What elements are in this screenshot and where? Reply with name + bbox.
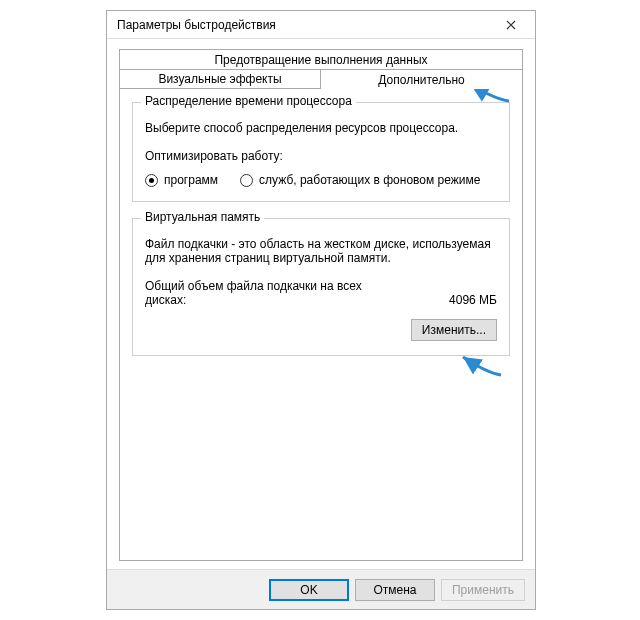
group-cpu-title: Распределение времени процессора [141, 94, 356, 108]
window-title: Параметры быстродействия [117, 18, 491, 32]
group-vm-title: Виртуальная память [141, 210, 264, 224]
radio-icon [240, 174, 253, 187]
group-cpu-scheduling: Распределение времени процессора Выберит… [132, 102, 510, 202]
close-button[interactable] [491, 12, 531, 38]
cpu-description: Выберите способ распределения ресурсов п… [145, 121, 497, 135]
tab-dep[interactable]: Предотвращение выполнения данных [119, 49, 523, 69]
apply-button[interactable]: Применить [441, 579, 525, 601]
dialog-footer: OK Отмена Применить [107, 569, 535, 609]
tab-page-advanced: Распределение времени процессора Выберит… [119, 88, 523, 561]
vm-total-value: 4096 МБ [449, 293, 497, 307]
change-button[interactable]: Изменить... [411, 319, 497, 341]
tab-visual-effects[interactable]: Визуальные эффекты [119, 69, 321, 89]
vm-description: Файл подкачки - это область на жестком д… [145, 237, 497, 265]
close-icon [506, 20, 516, 30]
radio-services-label: служб, работающих в фоновом режиме [259, 173, 480, 187]
vm-total-label: Общий объем файла подкачки на всех диска… [145, 279, 375, 307]
tab-advanced[interactable]: Дополнительно [321, 69, 523, 89]
performance-options-dialog: Параметры быстродействия Предотвращение … [106, 10, 536, 610]
titlebar: Параметры быстродействия [107, 11, 535, 39]
vm-total-row: Общий объем файла подкачки на всех диска… [145, 279, 497, 307]
radio-background-services[interactable]: служб, работающих в фоновом режиме [240, 173, 480, 187]
radio-programs-label: программ [164, 173, 218, 187]
cpu-radio-group: программ служб, работающих в фоновом реж… [145, 173, 497, 187]
cpu-optimize-label: Оптимизировать работу: [145, 149, 497, 163]
ok-button[interactable]: OK [269, 579, 349, 601]
radio-programs[interactable]: программ [145, 173, 218, 187]
radio-icon [145, 174, 158, 187]
group-virtual-memory: Виртуальная память Файл подкачки - это о… [132, 218, 510, 356]
dialog-body: Предотвращение выполнения данных Визуаль… [107, 39, 535, 569]
tab-strip: Предотвращение выполнения данных Визуаль… [119, 49, 523, 89]
cancel-button[interactable]: Отмена [355, 579, 435, 601]
